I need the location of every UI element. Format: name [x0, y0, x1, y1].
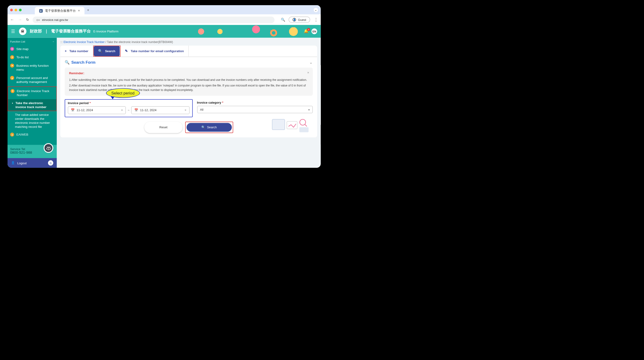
chevron-down-icon: ▾ [308, 108, 310, 111]
search-button[interactable]: 🔍 Search [186, 123, 232, 132]
invoice-period-field: Invoice period * 📅 11-12, 2024 × ~ [65, 99, 192, 117]
star-icon: ★ [10, 55, 14, 59]
calendar-icon: 📅 [71, 108, 75, 112]
reminder-panel: × Reminder: 1.After submitting the numbe… [65, 68, 313, 96]
search-icon: 🔍 [201, 125, 205, 129]
tabs-dropdown-icon[interactable]: ⌄ [314, 7, 318, 12]
maximize-icon[interactable] [19, 8, 22, 11]
category-select[interactable]: All ▾ [197, 106, 313, 113]
user-icon: 👤 [292, 18, 296, 21]
service-tel: 🦝 Service Tel 0800-521-988 [8, 145, 57, 158]
url-input[interactable]: ⊙≡ einvoice.nat.gov.tw [33, 16, 275, 23]
brand-cn2: 電子發票整合服務平台 [51, 28, 90, 34]
star-icon: ★ [10, 64, 14, 68]
tab-title: 電子發票整合服務平台 [45, 8, 76, 13]
language-toggle[interactable]: EN [312, 28, 317, 34]
tab-take-number[interactable]: + Take number [60, 45, 93, 57]
guest-profile[interactable]: 👤 Guest [289, 17, 310, 23]
guest-label: Guest [298, 18, 306, 21]
period-to-input[interactable]: 📅 11-12, 2024 × [131, 106, 189, 114]
collapse-icon[interactable]: − [53, 40, 54, 43]
sidebar-group-highlight: ★ Electronic Invoice Track Number Take t… [8, 86, 57, 111]
zoom-icon[interactable]: 🔍 [281, 18, 285, 22]
tabs: + Take number 🔍 Search ✎ Take number for… [60, 45, 317, 57]
browser-window: 🏛 電子發票整合服務平台 × + ⌄ ← → ↻ ⊙≡ einvoice.nat… [8, 5, 320, 168]
notif-badge: 0 [307, 28, 310, 31]
star-icon: ★ [10, 133, 14, 137]
close-icon[interactable]: × [307, 70, 309, 75]
more-icon[interactable]: ⋮ [314, 17, 318, 22]
breadcrumb-link[interactable]: Electronic Invoice Track Number [64, 40, 105, 43]
breadcrumb-current: Take the electronic invoice track number… [107, 40, 173, 43]
section-title: Search Form [71, 60, 96, 65]
brand-cn1: 財政部 [30, 28, 42, 34]
edit-icon: ✎ [125, 49, 128, 53]
minimize-icon[interactable] [14, 8, 17, 11]
sidebar-item-business[interactable]: ★ Business entity function menu [8, 61, 57, 74]
user-icon: 👤 [11, 161, 15, 165]
search-tab-highlight: 🔍 Search [93, 45, 121, 57]
decoration-illustration [270, 116, 312, 135]
reminder-line1: 1.After submitting the number request, y… [69, 77, 308, 82]
site-info-icon[interactable]: ⊙≡ [36, 18, 40, 21]
main-content: ::: Electronic Invoice Track Number / Ta… [57, 37, 320, 168]
sitemap-icon: ⊞ [10, 47, 14, 51]
callout-annotation: Select period [106, 88, 140, 98]
sidebar-footer: 🦝 Service Tel 0800-521-988 👤 Logout ⎘ [8, 145, 57, 168]
exit-icon: ⎘ [48, 160, 53, 165]
sidebar-item-todo[interactable]: ★ To-do list [8, 53, 57, 61]
search-icon: 🔍 [65, 60, 70, 65]
mascot-icon: 🦝 [44, 143, 53, 153]
notifications-icon[interactable]: 🔔 0 [304, 29, 309, 34]
reminder-title: Reminder: [69, 71, 308, 76]
svg-line-3 [305, 124, 307, 126]
new-tab-button[interactable]: + [87, 7, 90, 12]
reset-button[interactable]: Reset [144, 121, 182, 133]
window-controls [10, 8, 22, 11]
brand-en: E-Invoice Platform [94, 30, 118, 33]
tab-email-config[interactable]: ✎ Take number for email configuration [121, 45, 189, 57]
range-separator: ~ [128, 109, 130, 112]
sidebar-item-sitemap[interactable]: ⊞ Site map [8, 45, 57, 53]
favicon-icon: 🏛 [39, 9, 43, 12]
site-header: ◝ ☰ 🏛 財政部 ｜ 電子發票整合服務平台 E-Invoice Platfor… [8, 25, 320, 37]
clear-icon[interactable]: × [185, 109, 186, 112]
star-icon: ★ [10, 89, 14, 93]
tab-bar: 🏛 電子發票整合服務平台 × + ⌄ [8, 5, 320, 14]
sidebar-item-eaiweb[interactable]: ★ EAIWEB [8, 131, 57, 137]
search-button-highlight: 🔍 Search [185, 121, 233, 133]
reminder-line2: 2.After download invoice track file, be … [69, 83, 308, 92]
sidebar-item-vas-download[interactable]: The value-added service center downloads… [8, 111, 57, 131]
close-icon[interactable] [10, 8, 13, 11]
sidebar-item-track-number[interactable]: ★ Electronic Invoice Track Number [8, 87, 56, 99]
sidebar-item-take-track[interactable]: Take the electronic invoice track number [8, 99, 56, 111]
forward-button[interactable]: → [18, 17, 22, 22]
url-text: einvoice.nat.gov.tw [42, 18, 68, 21]
logout-button[interactable]: 👤 Logout ⎘ [8, 158, 57, 168]
svg-point-2 [300, 119, 306, 125]
address-bar: ← → ↻ ⊙≡ einvoice.nat.gov.tw 🔍 👤 Guest ⋮ [8, 14, 320, 25]
browser-tab[interactable]: 🏛 電子發票整合服務平台 × [35, 7, 84, 14]
plus-icon: + [65, 49, 67, 53]
logo-icon: 🏛 [19, 27, 26, 35]
wifi-decoration-icon: ◝ [270, 28, 272, 34]
back-button[interactable]: ← [10, 17, 14, 22]
content-card: + Take number 🔍 Search ✎ Take number for… [60, 45, 317, 137]
chevron-down-icon[interactable]: ⌄ [309, 60, 313, 65]
app-body: Function List − ⊞ Site map ★ To-do list … [8, 37, 320, 168]
breadcrumb: ::: Electronic Invoice Track Number / Ta… [60, 40, 317, 43]
menu-toggle-icon[interactable]: ☰ [11, 29, 16, 34]
invoice-category-field: Invoice category * All ▾ [197, 99, 313, 117]
refresh-button[interactable]: ↻ [26, 18, 29, 22]
period-from-input[interactable]: 📅 11-12, 2024 × [68, 106, 126, 114]
search-icon: 🔍 [98, 49, 102, 53]
close-tab-icon[interactable]: × [78, 9, 80, 13]
clear-icon[interactable]: × [121, 109, 123, 112]
tab-search[interactable]: 🔍 Search [94, 46, 120, 56]
svg-rect-0 [272, 119, 284, 129]
brand: 財政部 ｜ 電子發票整合服務平台 E-Invoice Platform [30, 28, 118, 34]
calendar-icon: 📅 [134, 108, 138, 112]
page-viewport: ◝ ☰ 🏛 財政部 ｜ 電子發票整合服務平台 E-Invoice Platfor… [8, 25, 320, 168]
star-icon: ★ [10, 76, 14, 80]
sidebar-item-personnel[interactable]: ★ Personnel account and authority manage… [8, 74, 57, 86]
